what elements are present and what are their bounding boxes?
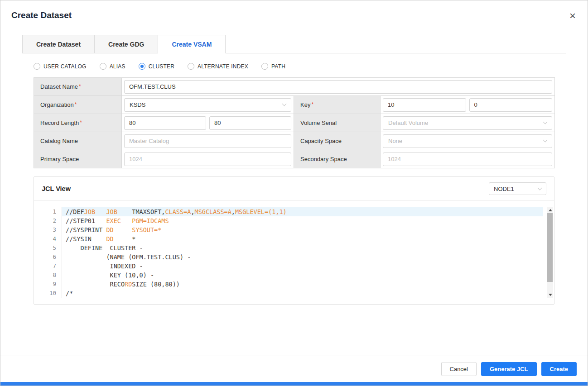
node-select[interactable]: NODE1 (489, 182, 546, 195)
organization-select[interactable]: KSDS (124, 98, 291, 112)
line-number: 2 (42, 216, 62, 225)
key-offset-input[interactable] (469, 98, 553, 112)
line-number: 3 (42, 225, 62, 234)
cancel-button[interactable]: Cancel (441, 362, 477, 376)
jcl-view-header: JCL View NODE1 (34, 177, 554, 201)
line-number: 1 (42, 207, 62, 216)
capacity-space-label: Capacity Space (294, 132, 381, 150)
radio-label: ALTERNATE INDEX (198, 63, 248, 70)
radio-path[interactable]: PATH (261, 63, 285, 70)
radio-icon (188, 63, 194, 70)
scroll-up-icon[interactable] (547, 207, 553, 214)
modal-header: Create Dataset × (0, 0, 588, 27)
volume-serial-label: Volume Serial (294, 114, 381, 132)
tab-bar: Create DatasetCreate GDGCreate VSAM (22, 35, 566, 53)
chevron-down-icon (538, 186, 542, 190)
secondary-space-input[interactable] (383, 152, 552, 166)
catalog-name-label: Catalog Name (34, 132, 122, 150)
required-mark: * (311, 101, 313, 108)
radio-alias[interactable]: ALIAS (100, 63, 125, 70)
tab-create-gdg[interactable]: Create GDG (94, 35, 158, 53)
code-line-text: /* (62, 289, 543, 298)
required-mark: * (79, 83, 81, 90)
radio-label: USER CATALOG (43, 63, 87, 70)
dataset-name-label: Dataset Name* (34, 78, 122, 96)
radio-label: PATH (271, 63, 285, 70)
line-number: 4 (42, 234, 62, 243)
primary-space-label: Primary Space (34, 150, 122, 168)
code-line[interactable]: 10/* (42, 289, 543, 298)
line-number: 10 (42, 289, 62, 298)
code-line[interactable]: 6 (NAME (OFM.TEST.CLUS) - (42, 253, 543, 262)
code-line[interactable]: 4//SYSIN DD * (42, 234, 543, 243)
table-row: Record Length* Volume Serial Default Vol… (34, 114, 555, 132)
line-number: 6 (42, 253, 62, 262)
code-line-text: RECORDSIZE (80,80)) (62, 280, 543, 289)
record-length-max-input[interactable] (209, 116, 291, 130)
jcl-editor-lines: 1//DEFJOB JOB TMAXSOFT,CLASS=A,MSGCLASS=… (42, 207, 543, 298)
code-line[interactable]: 1//DEFJOB JOB TMAXSOFT,CLASS=A,MSGCLASS=… (42, 207, 543, 216)
organization-select-value: KSDS (130, 101, 145, 108)
code-line-text: KEY (10,0) - (62, 271, 543, 280)
code-line[interactable]: 3//SYSPRINT DD SYSOUT=* (42, 225, 543, 234)
chevron-down-icon (282, 102, 287, 106)
volume-serial-select[interactable]: Default Volume (383, 116, 552, 130)
chevron-down-icon (543, 138, 548, 143)
chevron-down-icon (543, 120, 548, 124)
code-line-text: //SYSPRINT DD SYSOUT=* (62, 225, 543, 234)
jcl-view-section: JCL View NODE1 1//DEFJOB JOB TMAXSOFT,CL… (34, 176, 554, 305)
primary-space-input[interactable] (124, 152, 291, 166)
code-line[interactable]: 5 DEFINE CLUSTER - (42, 243, 543, 253)
catalog-name-input[interactable] (124, 134, 291, 148)
code-line[interactable]: 2//STEP01 EXEC PGM=IDCAMS (42, 216, 543, 225)
tab-create-vsam[interactable]: Create VSAM (158, 35, 226, 53)
table-row: Dataset Name* (34, 78, 555, 96)
code-line-text: //SYSIN DD * (62, 234, 543, 243)
modal-body: Create DatasetCreate GDGCreate VSAM USER… (22, 35, 566, 305)
create-button[interactable]: Create (541, 362, 577, 376)
scrollbar-thumb[interactable] (547, 213, 553, 282)
code-line-text: (NAME (OFM.TEST.CLUS) - (62, 253, 543, 262)
capacity-space-placeholder: None (388, 138, 402, 144)
table-row: Primary Space Secondary Space (34, 150, 555, 168)
radio-icon (34, 63, 40, 70)
radio-icon (139, 63, 145, 70)
close-icon[interactable]: × (569, 10, 576, 21)
secondary-space-label: Secondary Space (294, 150, 381, 168)
code-line-text: INDEXED - (62, 262, 543, 271)
record-length-avg-input[interactable] (124, 116, 206, 130)
radio-icon (261, 63, 268, 70)
table-row: Catalog Name Capacity Space None (34, 132, 555, 150)
radio-icon (100, 63, 106, 70)
vsam-type-radio-group: USER CATALOGALIASCLUSTERALTERNATE INDEXP… (22, 53, 566, 77)
modal-footer: Cancel Generate JCL Create (0, 356, 588, 382)
line-number: 8 (42, 271, 62, 280)
create-dataset-modal: Create Dataset × Create DatasetCreate GD… (0, 0, 588, 382)
jcl-code-editor[interactable]: 1//DEFJOB JOB TMAXSOFT,CLASS=A,MSGCLASS=… (42, 207, 553, 298)
radio-cluster[interactable]: CLUSTER (139, 63, 174, 70)
code-line[interactable]: 8 KEY (10,0) - (42, 271, 543, 280)
code-line-text: DEFINE CLUSTER - (62, 243, 543, 253)
table-row: Organization* KSDS Key* (34, 96, 555, 114)
volume-serial-placeholder: Default Volume (388, 119, 428, 126)
editor-scrollbar[interactable] (547, 207, 553, 298)
key-length-input[interactable] (383, 98, 466, 112)
scroll-down-icon[interactable] (547, 291, 553, 298)
code-line[interactable]: 9 RECORDSIZE (80,80)) (42, 280, 543, 289)
dataset-name-input[interactable] (124, 80, 552, 94)
jcl-view-title: JCL View (42, 185, 71, 192)
line-number: 9 (42, 280, 62, 289)
radio-alternate-index[interactable]: ALTERNATE INDEX (188, 63, 248, 70)
page-title: Create Dataset (11, 10, 577, 20)
radio-user-catalog[interactable]: USER CATALOG (34, 63, 87, 70)
required-mark: * (75, 101, 77, 108)
generate-jcl-button[interactable]: Generate JCL (481, 362, 537, 376)
radio-label: ALIAS (110, 63, 125, 70)
required-mark: * (80, 119, 82, 126)
code-line[interactable]: 7 INDEXED - (42, 262, 543, 271)
key-label: Key* (294, 96, 381, 114)
capacity-space-select[interactable]: None (383, 134, 552, 148)
line-number: 5 (42, 243, 62, 253)
tab-create-dataset[interactable]: Create Dataset (22, 35, 95, 53)
vsam-form-table: Dataset Name* Organization* KSDS Key* (34, 77, 555, 168)
